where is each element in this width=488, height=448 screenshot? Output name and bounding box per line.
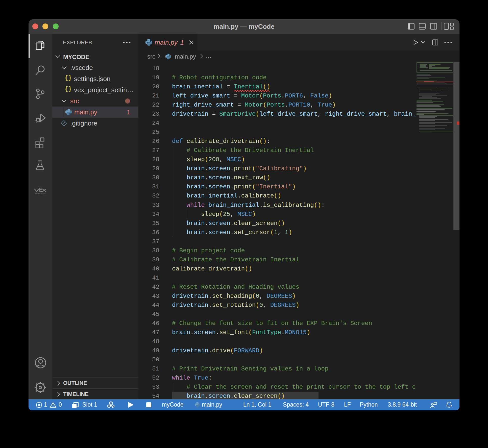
svg-text:ROBOTICS: ROBOTICS	[35, 193, 46, 194]
